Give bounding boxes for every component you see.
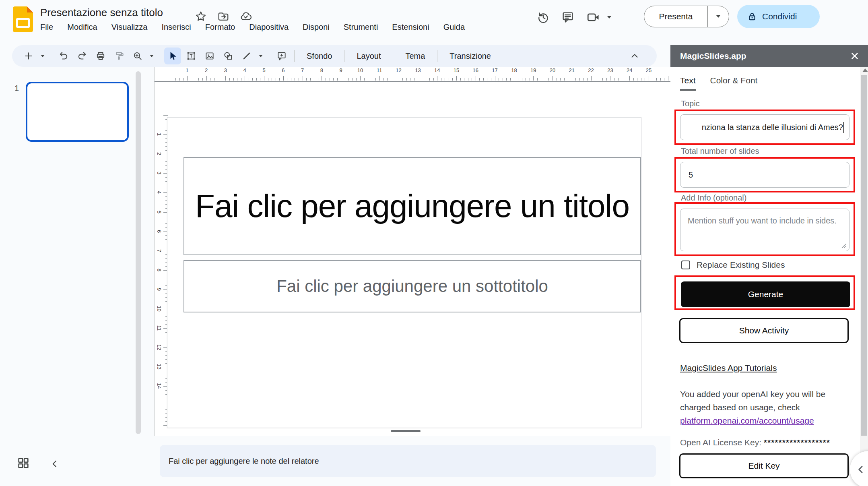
tab-color-font[interactable]: Color & Font [710,76,758,91]
insert-line-button[interactable] [238,48,255,64]
panel-scrollbar-thumb[interactable] [861,75,867,436]
star-icon[interactable] [195,10,207,23]
filmstrip-collapse-icon[interactable] [49,458,60,469]
zoom-caret-icon[interactable] [148,48,156,64]
select-tool-button[interactable] [164,48,181,64]
add-info-placeholder: Mention stuff you want to include in sid… [680,209,849,232]
present-dropdown-caret-icon[interactable] [708,15,729,18]
ruler-tick [476,76,476,81]
ruler-tick [599,78,599,81]
insert-image-button[interactable] [201,48,218,64]
edit-key-button[interactable]: Edit Key [679,453,849,478]
grid-view-icon[interactable] [16,456,30,470]
meet-camera-icon[interactable] [581,9,605,26]
tutorials-link[interactable]: MagicSlides App Tutorials [680,363,777,373]
ruler-tick [322,76,322,81]
zoom-button[interactable] [129,48,146,64]
move-to-folder-icon[interactable] [217,10,229,23]
total-slides-highlight-box [674,157,855,192]
menu-file[interactable]: File [40,23,53,32]
line-caret-icon[interactable] [257,48,265,64]
ruler-number: 23 [607,67,613,73]
replace-existing-checkbox[interactable] [681,261,690,269]
toolbar-separator [393,50,393,62]
ruler-number: 8 [320,67,323,73]
filmstrip-scrollbar[interactable] [136,71,141,434]
menu-estensioni[interactable]: Estensioni [392,23,429,32]
menu-diapositiva[interactable]: Diapositiva [249,23,289,32]
ruler-tick [649,76,649,81]
transition-button[interactable]: Transizione [441,52,499,61]
ruler-tick [418,76,418,81]
menu-strumenti[interactable]: Strumenti [344,23,378,32]
topic-highlight-box: nziona la stanza delle illusioni di Ames… [674,110,855,145]
replace-existing-label: Replace Existing Slides [697,260,785,270]
slide-title-placeholder-box[interactable]: Fai clic per aggiungere un titolo [183,157,641,255]
text-box-button[interactable] [183,48,200,64]
openai-usage-link[interactable]: platform.openai.com/account/usage [680,416,814,425]
ruler-tick [445,78,445,81]
share-button[interactable]: Condividi [737,5,820,28]
slide-page[interactable]: Fai clic per aggiungere un titolo Fai cl… [167,117,641,428]
add-info-textarea[interactable]: Mention stuff you want to include in sid… [680,209,849,251]
ruler-tick [195,78,195,81]
ruler-tick [537,78,538,81]
ruler-tick [356,78,357,81]
insert-shape-button[interactable] [220,48,237,64]
redo-button[interactable] [74,48,91,64]
filmstrip-slide-thumbnail[interactable] [26,82,129,142]
ruler-number: 21 [569,67,575,73]
ruler-tick [353,78,353,81]
menu-bar: File Modifica Visualizza Inserisci Forma… [40,23,465,32]
ruler-tick [372,78,372,81]
scroll-up-icon[interactable] [862,68,868,72]
menu-formato[interactable]: Formato [205,23,235,32]
topic-input[interactable]: nziona la stanza delle illusioni di Ames… [680,114,849,140]
comments-icon[interactable] [555,9,581,26]
document-title[interactable]: Presentazione senza titolo [40,6,163,19]
menu-visualizza[interactable]: Visualizza [111,23,148,32]
camera-dropdown-caret-icon[interactable] [605,9,613,26]
generate-button[interactable]: Generate [681,281,850,307]
notes-resize-handle[interactable] [391,430,421,432]
present-button[interactable]: Presenta [644,6,729,27]
new-slide-button[interactable] [20,48,37,64]
ruler-tick [264,76,264,81]
ruler-tick [491,78,491,81]
paint-format-button[interactable] [111,48,128,64]
cloud-saved-icon[interactable] [240,10,252,23]
menu-modifica[interactable]: Modifica [67,23,97,32]
insert-comment-button[interactable] [273,48,290,64]
ruler-tick [337,78,338,81]
layout-button[interactable]: Layout [348,52,389,61]
background-button[interactable]: Sfondo [299,52,340,61]
new-slide-caret-icon[interactable] [39,48,47,64]
ruler-number: 6 [282,67,285,73]
show-activity-button[interactable]: Show Activity [679,318,849,343]
total-slides-input[interactable] [680,162,849,188]
undo-button[interactable] [55,48,72,64]
version-history-icon[interactable] [532,9,555,26]
menu-guida[interactable]: Guida [443,23,465,32]
ruler-number: 11 [377,67,382,73]
tab-text[interactable]: Text [680,76,696,91]
google-slides-logo-icon[interactable] [13,6,33,32]
close-icon[interactable] [849,51,860,61]
panel-divider [680,345,849,345]
ruler-number: 14 [156,383,162,389]
speaker-notes-box[interactable]: Fai clic per aggiungere le note del rela… [160,445,656,477]
theme-button[interactable]: Tema [397,52,433,61]
slide-subtitle-placeholder-box[interactable]: Fai clic per aggiungere un sottotitolo [183,260,641,312]
ruler-tick [633,78,634,81]
ruler-tick [479,78,480,81]
textarea-resize-icon[interactable] [840,242,847,249]
ruler-tick [214,78,214,81]
horizontal-ruler: 1234567891011121314151617181920212223242… [155,67,670,82]
toolbar-collapse-icon[interactable] [626,48,643,64]
menu-inserisci[interactable]: Inserisci [161,23,191,32]
ruler-tick [637,78,637,81]
print-button[interactable] [92,48,109,64]
ruler-tick [503,78,503,81]
replace-existing-row: Replace Existing Slides [681,260,785,270]
menu-disponi[interactable]: Disponi [303,23,330,32]
